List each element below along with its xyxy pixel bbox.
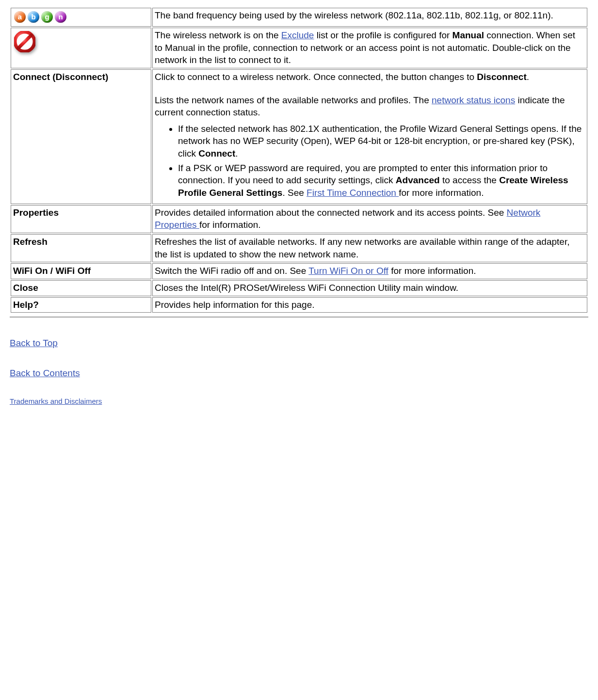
refresh-label: Refresh [11, 234, 151, 262]
row-connect: Connect (Disconnect) Click to connect to… [11, 69, 587, 204]
wifi-label: WiFi On / WiFi Off [11, 263, 151, 279]
row-help: Help? Provides help information for this… [11, 297, 587, 313]
back-to-top-link[interactable]: Back to Top [10, 338, 58, 348]
network-status-icons-link[interactable]: network status icons [432, 95, 515, 105]
divider [10, 317, 588, 318]
abgn-icon: a b g n [13, 9, 149, 25]
disconnect-bold: Disconnect [477, 72, 526, 82]
help-label: Help? [11, 297, 151, 313]
exclude-desc: The wireless network is on the Exclude l… [152, 28, 587, 68]
prohibit-icon [14, 31, 35, 52]
properties-desc: Provides detailed information about the … [152, 205, 587, 233]
prohibit-icon-cell [11, 28, 151, 68]
connect-label: Connect (Disconnect) [11, 69, 151, 204]
list-item: If the selected network has 802.1X authe… [178, 123, 585, 160]
help-desc: Provides help information for this page. [152, 297, 587, 313]
close-label: Close [11, 280, 151, 296]
trademarks-link[interactable]: Trademarks and Disclaimers [10, 397, 102, 405]
band-desc: The band frequency being used by the wir… [152, 8, 587, 27]
row-band: a b g n The band frequency being used by… [11, 8, 587, 27]
back-to-contents-link[interactable]: Back to Contents [10, 368, 80, 378]
refresh-desc: Refreshes the list of available networks… [152, 234, 587, 262]
turn-wifi-link[interactable]: Turn WiFi On or Off [308, 266, 388, 276]
manual-bold: Manual [453, 30, 484, 40]
connect-list: If the selected network has 802.1X authe… [155, 123, 585, 199]
wifi-desc: Switch the WiFi radio off and on. See Tu… [152, 263, 587, 279]
row-close: Close Closes the Intel(R) PROSet/Wireles… [11, 280, 587, 296]
row-wifi: WiFi On / WiFi Off Switch the WiFi radio… [11, 263, 587, 279]
letter-n-icon: n [55, 11, 66, 23]
row-exclude: The wireless network is on the Exclude l… [11, 28, 587, 68]
definitions-table: a b g n The band frequency being used by… [10, 7, 588, 314]
close-desc: Closes the Intel(R) PROSet/Wireless WiFi… [152, 280, 587, 296]
letter-g-icon: g [41, 11, 53, 23]
row-refresh: Refresh Refreshes the list of available … [11, 234, 587, 262]
letter-b-icon: b [28, 11, 39, 23]
row-properties: Properties Provides detailed information… [11, 205, 587, 233]
list-item: If a PSK or WEP password are required, y… [178, 162, 585, 199]
first-time-connection-link[interactable]: First Time Connection [307, 188, 399, 198]
letter-a-icon: a [14, 11, 26, 23]
exclude-link[interactable]: Exclude [281, 30, 314, 40]
band-icon-cell: a b g n [11, 8, 151, 27]
properties-label: Properties [11, 205, 151, 233]
connect-desc: Click to connect to a wireless network. … [152, 69, 587, 204]
